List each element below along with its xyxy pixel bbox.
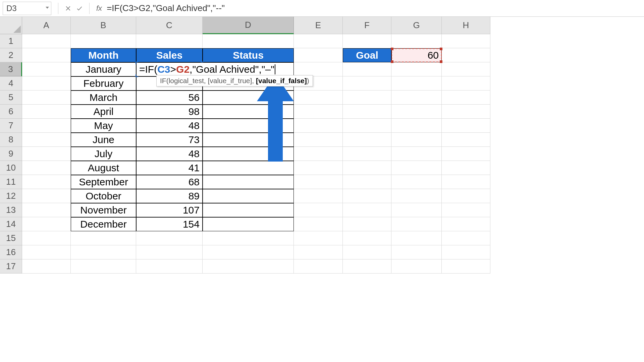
cell[interactable] xyxy=(442,161,490,175)
column-header[interactable]: A xyxy=(22,17,71,34)
table-cell[interactable]: 48 xyxy=(136,119,203,133)
cell[interactable] xyxy=(22,105,71,119)
table-cell[interactable]: 73 xyxy=(136,133,203,147)
table-cell[interactable]: 98 xyxy=(136,105,203,119)
cell[interactable] xyxy=(343,231,391,245)
cell[interactable] xyxy=(71,245,136,259)
cell[interactable] xyxy=(391,175,442,189)
row-header[interactable]: 1 xyxy=(0,34,22,48)
cell[interactable] xyxy=(442,62,490,76)
name-box[interactable]: D3 xyxy=(3,2,51,15)
chevron-down-icon[interactable] xyxy=(46,7,49,9)
table-cell[interactable]: 89 xyxy=(136,189,203,203)
cell[interactable] xyxy=(22,62,71,76)
cell[interactable] xyxy=(442,231,490,245)
cell[interactable] xyxy=(343,245,391,259)
column-header[interactable]: D xyxy=(203,17,294,34)
table-cell[interactable] xyxy=(203,189,294,203)
cell[interactable] xyxy=(343,147,391,161)
cell[interactable] xyxy=(22,119,71,133)
cell[interactable] xyxy=(442,90,490,105)
row-header[interactable]: 17 xyxy=(0,259,22,274)
row-header[interactable]: 4 xyxy=(0,76,22,90)
row-header[interactable]: 14 xyxy=(0,217,22,231)
table-cell[interactable] xyxy=(203,119,294,133)
cell[interactable] xyxy=(294,203,343,217)
cell[interactable] xyxy=(343,90,391,105)
cell[interactable] xyxy=(22,217,71,231)
cell[interactable] xyxy=(203,231,294,245)
column-header[interactable]: G xyxy=(391,17,442,34)
cell[interactable] xyxy=(442,48,490,62)
cell[interactable] xyxy=(442,133,490,147)
cell[interactable] xyxy=(294,217,343,231)
cell[interactable] xyxy=(391,105,442,119)
cell[interactable] xyxy=(442,119,490,133)
cell[interactable] xyxy=(203,34,294,48)
cell[interactable] xyxy=(71,259,136,274)
table-cell[interactable] xyxy=(203,90,294,105)
cell[interactable] xyxy=(294,231,343,245)
table-cell[interactable] xyxy=(203,161,294,175)
cell[interactable] xyxy=(343,105,391,119)
row-header[interactable]: 3 xyxy=(0,62,22,76)
table-cell[interactable] xyxy=(203,147,294,161)
cell[interactable] xyxy=(136,245,203,259)
cell[interactable] xyxy=(343,76,391,90)
fx-icon[interactable]: fx xyxy=(96,4,102,13)
cell[interactable] xyxy=(136,34,203,48)
table-cell[interactable]: 154 xyxy=(136,217,203,231)
table-cell[interactable]: June xyxy=(71,133,136,147)
cell[interactable] xyxy=(22,245,71,259)
cell[interactable] xyxy=(391,90,442,105)
row-header[interactable]: 16 xyxy=(0,245,22,259)
goal-label[interactable]: Goal xyxy=(343,48,391,62)
cell[interactable] xyxy=(391,217,442,231)
row-header[interactable]: 9 xyxy=(0,147,22,161)
table-header[interactable]: Sales xyxy=(136,48,203,62)
cell[interactable] xyxy=(203,259,294,274)
cell[interactable] xyxy=(294,119,343,133)
cell[interactable] xyxy=(294,90,343,105)
cell[interactable] xyxy=(136,231,203,245)
table-cell[interactable] xyxy=(203,105,294,119)
cell[interactable] xyxy=(22,90,71,105)
cell[interactable] xyxy=(136,259,203,274)
row-header[interactable]: 11 xyxy=(0,175,22,189)
cell[interactable] xyxy=(391,34,442,48)
cell[interactable] xyxy=(294,189,343,203)
cell[interactable] xyxy=(391,147,442,161)
table-cell[interactable]: 107 xyxy=(136,203,203,217)
cell[interactable] xyxy=(294,147,343,161)
cell[interactable] xyxy=(343,175,391,189)
table-cell[interactable] xyxy=(203,217,294,231)
cell[interactable] xyxy=(442,175,490,189)
row-header[interactable]: 12 xyxy=(0,189,22,203)
cell[interactable] xyxy=(22,133,71,147)
cell[interactable] xyxy=(294,105,343,119)
table-header[interactable]: Month xyxy=(71,48,136,62)
cell[interactable] xyxy=(22,175,71,189)
cell[interactable] xyxy=(294,259,343,274)
cell[interactable] xyxy=(442,203,490,217)
table-cell[interactable] xyxy=(203,175,294,189)
cell[interactable] xyxy=(391,245,442,259)
row-header[interactable]: 6 xyxy=(0,105,22,119)
cell[interactable] xyxy=(343,217,391,231)
column-header[interactable]: H xyxy=(442,17,490,34)
table-cell[interactable]: October xyxy=(71,189,136,203)
column-header[interactable]: E xyxy=(294,17,343,34)
cell[interactable] xyxy=(22,203,71,217)
cell[interactable] xyxy=(294,48,343,62)
cell[interactable] xyxy=(22,34,71,48)
column-header[interactable]: C xyxy=(136,17,203,34)
table-cell[interactable]: February xyxy=(71,76,136,90)
cell[interactable] xyxy=(442,76,490,90)
table-cell[interactable]: December xyxy=(71,217,136,231)
cell[interactable] xyxy=(22,161,71,175)
cell[interactable] xyxy=(343,119,391,133)
row-header[interactable]: 8 xyxy=(0,133,22,147)
row-header[interactable]: 5 xyxy=(0,90,22,105)
cell[interactable] xyxy=(442,105,490,119)
cell[interactable] xyxy=(343,203,391,217)
